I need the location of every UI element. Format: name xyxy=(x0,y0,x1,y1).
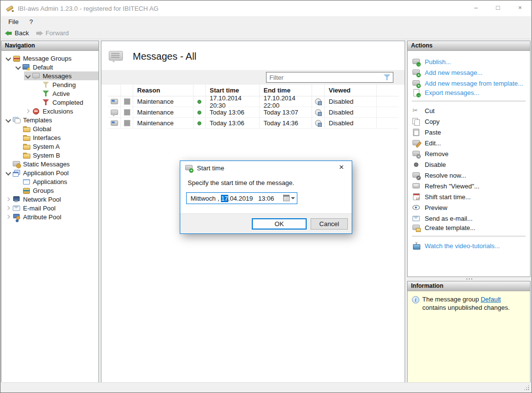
ok-button[interactable]: OK xyxy=(252,218,307,230)
tree-item[interactable]: Applications xyxy=(14,177,98,186)
menu-help[interactable]: ? xyxy=(29,18,33,25)
table-row[interactable]: Maintenance 17.10.2014 20:30 17.10.2014 … xyxy=(108,96,399,107)
tree-item-label: Exclusions xyxy=(43,108,73,115)
maximize-button[interactable]: □ xyxy=(487,0,509,16)
tree-item[interactable]: Application Pool xyxy=(4,168,98,177)
tree-chevron-icon[interactable] xyxy=(4,54,12,62)
action-item[interactable]: Cut xyxy=(412,105,526,116)
cell-reason: Maintenance xyxy=(133,107,193,117)
tree-item[interactable]: System B xyxy=(14,151,98,160)
action-item[interactable]: Copy xyxy=(412,116,526,127)
info-text: The message group Default contains unpub… xyxy=(422,296,526,378)
tree-item[interactable]: Completed xyxy=(34,98,98,107)
action-item[interactable]: Paste xyxy=(412,127,526,138)
cell-start-time: Today 13:06 xyxy=(206,118,260,128)
action-label: Preview xyxy=(425,204,447,211)
tree-item-label: Message Groups xyxy=(23,55,72,62)
tree-item[interactable]: Templates xyxy=(4,116,98,124)
tree-chevron-icon[interactable] xyxy=(4,204,12,212)
filter-input[interactable] xyxy=(266,74,384,81)
tree-chevron-icon[interactable] xyxy=(14,186,22,194)
tree-chevron-icon[interactable] xyxy=(24,72,32,80)
dialog-close-icon[interactable]: × xyxy=(331,161,352,175)
tree-item[interactable]: Static Messages xyxy=(4,160,98,168)
action-item[interactable]: Add new message from template... xyxy=(412,78,526,89)
tree-item[interactable]: Exclusions xyxy=(24,107,98,116)
action-icon xyxy=(412,171,420,179)
action-label: Add new message... xyxy=(425,69,483,76)
tree-item[interactable]: Interfaces xyxy=(14,133,98,142)
minimize-button[interactable]: – xyxy=(465,0,487,16)
tree-chevron-icon[interactable] xyxy=(14,134,22,141)
messages-table: Reason Start time End time Viewed Mainte… xyxy=(108,85,399,129)
action-item[interactable]: Export messages... xyxy=(412,89,526,101)
column-reason[interactable]: Reason xyxy=(133,85,193,96)
tree-chevron-icon[interactable] xyxy=(4,160,12,168)
action-item[interactable]: Send as e-mail... xyxy=(412,213,526,224)
tree-item-label: Completed xyxy=(52,99,83,106)
tree-chevron-icon[interactable] xyxy=(4,116,12,124)
filter-funnel-icon[interactable] xyxy=(384,74,390,80)
action-item[interactable]: Publish... xyxy=(412,56,526,67)
action-item[interactable]: Watch the video-tutorials... xyxy=(412,240,526,251)
dialog-title-bar[interactable]: Start time xyxy=(180,161,352,175)
action-item[interactable]: Preview xyxy=(412,202,526,213)
menu-bar: File ? xyxy=(1,16,531,27)
action-icon xyxy=(412,214,420,222)
action-icon xyxy=(412,89,420,96)
tree-chevron-icon[interactable] xyxy=(14,142,22,150)
cancel-button[interactable]: Cancel xyxy=(311,218,348,230)
page-title: Messages - All xyxy=(133,51,196,62)
action-item[interactable]: Disable xyxy=(412,159,526,170)
tree-chevron-icon[interactable] xyxy=(34,98,42,106)
default-group-link[interactable]: Default xyxy=(481,296,501,303)
tree-item[interactable]: Pending xyxy=(34,80,98,89)
table-row[interactable]: Maintenance Today 13:06 Today 14:36 Disa… xyxy=(108,118,399,129)
start-time-datetime-field[interactable]: Mittwoch , 17.04.2019 13:06 xyxy=(186,192,297,204)
tree-item[interactable]: Network Pool xyxy=(4,195,98,204)
action-label: Disable xyxy=(425,161,446,168)
tree-chevron-icon[interactable] xyxy=(4,213,12,221)
tree-item-icon xyxy=(42,90,50,97)
menu-file[interactable]: File xyxy=(8,18,19,25)
tree-chevron-icon[interactable] xyxy=(4,169,12,177)
tree-item[interactable]: Attribute Pool xyxy=(4,212,98,221)
tree-item[interactable]: Groups xyxy=(14,186,98,195)
filter-bar xyxy=(101,70,405,85)
action-label: Edit... xyxy=(425,139,441,147)
close-button[interactable]: × xyxy=(509,0,531,16)
back-button[interactable]: Back xyxy=(5,29,29,37)
tree-chevron-icon[interactable] xyxy=(14,125,22,133)
forward-button[interactable]: Forward xyxy=(36,29,69,37)
action-item[interactable]: Refresh "Viewed"... xyxy=(412,181,526,191)
tree-chevron-icon[interactable] xyxy=(4,195,12,203)
tree-item[interactable]: Default xyxy=(14,63,98,71)
column-viewed[interactable]: Viewed xyxy=(325,85,377,96)
action-item[interactable]: Shift start time... xyxy=(412,191,526,202)
tree-item-icon xyxy=(22,151,30,159)
action-item[interactable]: Resolve now... xyxy=(412,170,526,181)
action-item[interactable]: Remove xyxy=(412,148,526,159)
action-icon xyxy=(412,224,420,231)
tree-chevron-icon[interactable] xyxy=(34,90,42,97)
tree-item-label: Groups xyxy=(33,187,54,194)
action-item[interactable]: Edit... xyxy=(412,138,526,148)
calendar-dropdown-button[interactable] xyxy=(283,195,295,201)
tree-item[interactable]: Message Groups xyxy=(4,54,98,63)
resize-grip[interactable] xyxy=(528,389,529,390)
panel-splitter[interactable] xyxy=(407,277,531,281)
tree-item[interactable]: System A xyxy=(14,142,98,151)
tree-chevron-icon[interactable] xyxy=(14,178,22,185)
tree-item[interactable]: Global xyxy=(14,124,98,133)
table-row[interactable]: Maintenance Today 13:06 Today 13:07 Disa… xyxy=(108,107,399,118)
tree-chevron-icon[interactable] xyxy=(34,81,42,89)
tree-chevron-icon[interactable] xyxy=(24,107,32,115)
tree-chevron-icon[interactable] xyxy=(14,151,22,159)
filter-field[interactable] xyxy=(266,72,393,83)
tree-chevron-icon[interactable] xyxy=(14,63,22,71)
action-item[interactable]: Create template... xyxy=(412,224,526,236)
tree-item[interactable]: E-mail Pool xyxy=(4,204,98,212)
tree-item[interactable]: Messages xyxy=(24,71,98,80)
action-item[interactable]: Add new message... xyxy=(412,67,526,78)
tree-item[interactable]: Active xyxy=(34,89,98,98)
